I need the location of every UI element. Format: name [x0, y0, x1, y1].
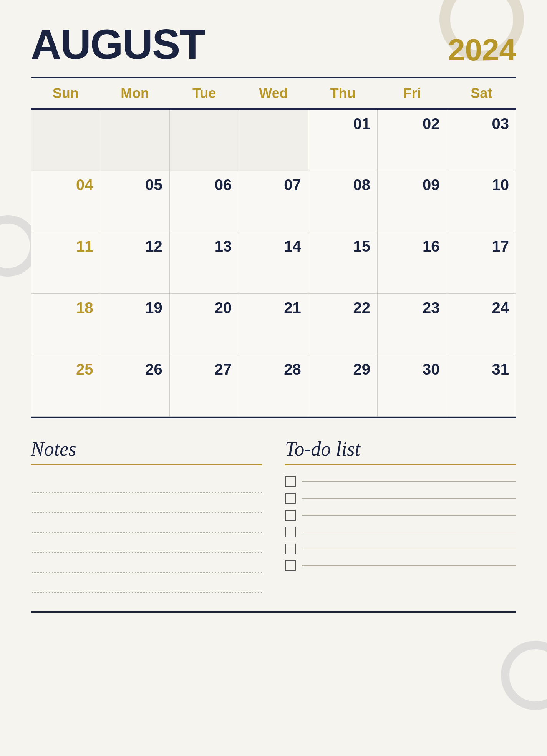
- calendar-cell-w4-d4: 21: [239, 293, 308, 355]
- date-26: 26: [107, 361, 162, 378]
- todo-item-2: [285, 493, 516, 504]
- date-16: 16: [385, 238, 439, 255]
- day-sun: Sun: [31, 78, 100, 109]
- todo-checkbox-1[interactable]: [285, 476, 296, 487]
- day-header-row: Sun Mon Tue Wed Thu Fri Sat: [31, 78, 516, 109]
- calendar-cell-w2-d5: 08: [308, 171, 377, 232]
- date-17: 17: [454, 238, 509, 255]
- day-wed: Wed: [239, 78, 308, 109]
- notes-line-3[interactable]: [31, 516, 262, 533]
- todo-item-6: [285, 560, 516, 571]
- page: AUGUST 2024 Sun Mon Tue Wed Thu Fri Sat …: [0, 0, 547, 756]
- date-10: 10: [454, 176, 509, 194]
- todo-line-3[interactable]: [302, 515, 516, 516]
- todo-item-5: [285, 544, 516, 554]
- date-30: 30: [385, 361, 439, 378]
- calendar-cell-w4-d5: 22: [308, 293, 377, 355]
- date-29: 29: [315, 361, 370, 378]
- calendar-cell-w1-d2: [100, 109, 169, 171]
- date-09: 09: [385, 176, 439, 194]
- calendar-cell-w2-d1: 04: [31, 171, 100, 232]
- calendar-cell-w5-d2: 26: [100, 355, 169, 416]
- calendar-cell-w2-d7: 10: [447, 171, 516, 232]
- calendar-cell-w3-d6: 16: [378, 232, 447, 293]
- notes-line-1[interactable]: [31, 476, 262, 493]
- todo-item-3: [285, 510, 516, 521]
- notes-title: Notes: [31, 438, 262, 460]
- date-02: 02: [385, 115, 439, 133]
- calendar-cell-w2-d6: 09: [378, 171, 447, 232]
- date-08: 08: [315, 176, 370, 194]
- date-22: 22: [315, 299, 370, 317]
- todo-section: To-do list: [285, 438, 516, 596]
- day-mon: Mon: [100, 78, 169, 109]
- todo-checkbox-3[interactable]: [285, 510, 296, 521]
- todo-line-1[interactable]: [302, 481, 516, 482]
- todo-line-4[interactable]: [302, 532, 516, 532]
- calendar-cell-w5-d7: 31: [447, 355, 516, 416]
- todo-checkbox-2[interactable]: [285, 493, 296, 504]
- todo-title: To-do list: [285, 438, 516, 460]
- todo-checkbox-6[interactable]: [285, 560, 296, 571]
- deco-circle-right: [501, 641, 547, 710]
- date-25: 25: [38, 361, 93, 378]
- calendar-cell-w1-d1: [31, 109, 100, 171]
- bottom-section: Notes To-do list: [31, 438, 516, 596]
- todo-line-6[interactable]: [302, 565, 516, 566]
- todo-item-1: [285, 476, 516, 487]
- calendar-cell-w5-d6: 30: [378, 355, 447, 416]
- calendar-cell-w3-d2: 12: [100, 232, 169, 293]
- date-24: 24: [454, 299, 509, 317]
- date-01: 01: [315, 115, 370, 133]
- calendar-cell-w1-d4: [239, 109, 308, 171]
- year-title: 2024: [448, 35, 516, 65]
- date-13: 13: [177, 238, 232, 255]
- todo-underline: [285, 464, 516, 465]
- week-row-3: 11121314151617: [31, 232, 516, 293]
- week-row-1: 010203: [31, 109, 516, 171]
- date-15: 15: [315, 238, 370, 255]
- date-14: 14: [246, 238, 301, 255]
- notes-line-6[interactable]: [31, 576, 262, 593]
- date-20: 20: [177, 299, 232, 317]
- date-11: 11: [38, 238, 93, 255]
- notes-line-4[interactable]: [31, 536, 262, 553]
- day-thu: Thu: [308, 78, 377, 109]
- day-sat: Sat: [447, 78, 516, 109]
- date-19: 19: [107, 299, 162, 317]
- calendar-cell-w3-d5: 15: [308, 232, 377, 293]
- calendar-cell-w4-d1: 18: [31, 293, 100, 355]
- notes-underline: [31, 464, 262, 465]
- week-row-5: 25262728293031: [31, 355, 516, 416]
- week-row-2: 04050607080910: [31, 171, 516, 232]
- notes-section: Notes: [31, 438, 262, 596]
- calendar-cell-w1-d7: 03: [447, 109, 516, 171]
- todo-checkbox-5[interactable]: [285, 544, 296, 554]
- date-06: 06: [177, 176, 232, 194]
- date-05: 05: [107, 176, 162, 194]
- month-title: AUGUST: [31, 23, 204, 65]
- todo-line-5[interactable]: [302, 549, 516, 549]
- calendar-cell-w1-d6: 02: [378, 109, 447, 171]
- calendar-cell-w4-d3: 20: [169, 293, 239, 355]
- day-tue: Tue: [169, 78, 239, 109]
- date-31: 31: [454, 361, 509, 378]
- calendar-cell-w2-d3: 06: [169, 171, 239, 232]
- calendar-cell-w3-d3: 13: [169, 232, 239, 293]
- notes-line-5[interactable]: [31, 556, 262, 573]
- calendar-cell-w1-d3: [169, 109, 239, 171]
- calendar-cell-w2-d2: 05: [100, 171, 169, 232]
- todo-line-2[interactable]: [302, 498, 516, 499]
- date-28: 28: [246, 361, 301, 378]
- notes-line-2[interactable]: [31, 496, 262, 513]
- calendar-cell-w5-d5: 29: [308, 355, 377, 416]
- calendar-cell-w4-d7: 24: [447, 293, 516, 355]
- calendar-section: Sun Mon Tue Wed Thu Fri Sat 010203040506…: [31, 77, 516, 418]
- calendar-cell-w2-d4: 07: [239, 171, 308, 232]
- calendar-cell-w4-d2: 19: [100, 293, 169, 355]
- todo-checkbox-4[interactable]: [285, 527, 296, 537]
- calendar-cell-w3-d7: 17: [447, 232, 516, 293]
- calendar-cell-w1-d5: 01: [308, 109, 377, 171]
- calendar-cell-w5-d3: 27: [169, 355, 239, 416]
- date-12: 12: [107, 238, 162, 255]
